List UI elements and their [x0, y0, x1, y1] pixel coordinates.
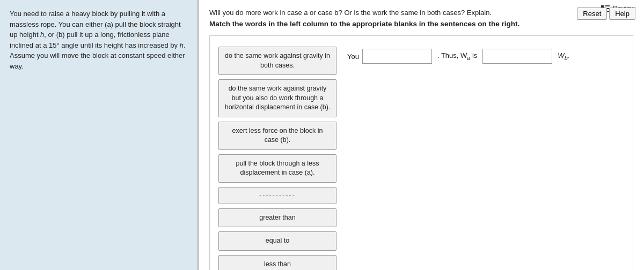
answer-input-you[interactable] — [362, 49, 432, 64]
you-label: You — [347, 52, 359, 61]
answer-row: You . Thus, Wa is Wb. — [347, 49, 624, 64]
option-less-force[interactable]: exert less force on the block in case (b… — [218, 122, 336, 150]
instruction-text: Match the words in the left column to th… — [209, 20, 633, 28]
wb-text: Wb. — [558, 51, 569, 61]
left-panel: You need to raise a heavy block by pulli… — [0, 0, 199, 270]
answer-column: You . Thus, Wa is Wb. — [347, 47, 624, 270]
reset-button[interactable]: Reset — [577, 8, 607, 20]
problem-text: You need to raise a heavy block by pulli… — [10, 9, 188, 71]
matching-area: do the same work against gravity in both… — [209, 35, 633, 270]
page-container: Review You need to raise a heavy block b… — [0, 0, 644, 270]
help-button[interactable]: Help — [609, 8, 635, 20]
option-dashes[interactable]: ----------- — [218, 187, 336, 204]
option-less-displacement[interactable]: pull the block through a less displaceme… — [218, 154, 336, 183]
answer-input-wa[interactable] — [482, 49, 552, 64]
options-column: do the same work against gravity in both… — [218, 47, 336, 270]
question-text: Will you do more work in case a or case … — [209, 9, 633, 17]
right-panel: Reset Help Will you do more work in case… — [199, 0, 644, 270]
option-less-than[interactable]: less than — [218, 255, 336, 271]
option-equal-to[interactable]: equal to — [218, 231, 336, 251]
option-same-gravity-horizontal[interactable]: do the same work against gravity but you… — [218, 79, 336, 117]
action-buttons: Reset Help — [577, 8, 635, 20]
option-greater-than[interactable]: greater than — [218, 208, 336, 228]
thus-text: . Thus, Wa is — [437, 51, 477, 61]
option-same-work-both[interactable]: do the same work against gravity in both… — [218, 47, 336, 75]
